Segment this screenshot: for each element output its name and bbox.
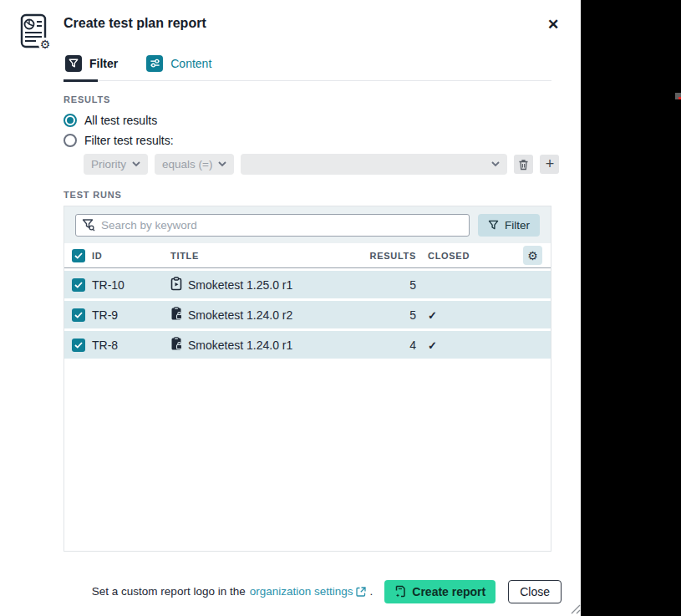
row-checkbox[interactable] <box>72 278 85 292</box>
footer-note-suffix: . <box>370 585 374 598</box>
row-title: Smoketest 1.24.0 r2 <box>188 308 292 322</box>
footer-note-prefix: Set a custom report logo in the <box>92 585 246 598</box>
create-report-button[interactable]: Create report <box>384 580 496 603</box>
radio-all-test-results[interactable]: All test results <box>64 114 157 127</box>
column-header-results[interactable]: RESULTS <box>361 251 426 261</box>
filter-operator-value: equals (=) <box>162 158 212 171</box>
search-input[interactable] <box>75 214 470 237</box>
radio-unselected-icon[interactable] <box>64 134 77 147</box>
tab-content-label: Content <box>170 57 211 70</box>
report-sparkle-icon <box>394 585 406 598</box>
row-id: TR-10 <box>92 278 170 292</box>
filter-operator-select[interactable]: equals (=) <box>155 154 234 175</box>
test-runs-panel: Filter ID TITLE RESULTS CLOSED ⚙ <box>64 206 551 552</box>
test-runs-section-label: TEST RUNS <box>64 190 122 200</box>
radio-selected-icon[interactable] <box>64 114 77 127</box>
row-checkbox[interactable] <box>72 339 85 352</box>
create-test-plan-report-dialog: ⚙ Create test plan report ✕ Filter Conte… <box>0 0 581 616</box>
test-runs-toolbar: Filter <box>64 206 551 243</box>
table-row-tr-9[interactable]: TR-9 Smoketest 1.24.0 r2 5 ✓ <box>64 301 551 328</box>
svg-text:⚙: ⚙ <box>40 38 51 51</box>
dialog-footer: Set a custom report logo in the organiza… <box>0 579 562 603</box>
tab-filter-label: Filter <box>89 57 118 70</box>
row-results: 5 <box>361 278 426 292</box>
test-run-locked-icon <box>170 337 182 354</box>
result-filter-row: Priority equals (=) + <box>84 154 559 175</box>
radio-filter-test-results[interactable]: Filter test results: <box>64 134 174 147</box>
search-wrap <box>75 214 470 237</box>
column-header-id[interactable]: ID <box>92 251 170 261</box>
filter-search-icon <box>82 218 95 235</box>
row-closed-mark: ✓ <box>428 309 437 322</box>
report-gear-icon: ⚙ <box>16 11 53 56</box>
table-row-tr-10[interactable]: TR-10 Smoketest 1.25.0 r1 5 <box>64 271 551 298</box>
add-filter-button[interactable]: + <box>540 155 559 174</box>
table-row-tr-8[interactable]: TR-8 Smoketest 1.24.0 r1 4 ✓ <box>64 331 551 359</box>
row-id: TR-8 <box>92 339 170 352</box>
chevron-down-icon <box>132 161 140 167</box>
results-section-label: RESULTS <box>64 94 110 104</box>
organization-settings-link[interactable]: organization settings <box>250 585 366 598</box>
radio-all-test-results-label: All test results <box>84 114 157 127</box>
create-report-button-label: Create report <box>412 585 485 598</box>
table-header-row: ID TITLE RESULTS CLOSED ⚙ <box>64 243 551 268</box>
filter-value-select[interactable] <box>241 154 507 175</box>
sliders-icon <box>146 55 163 72</box>
footer-note: Set a custom report logo in the organiza… <box>92 585 373 598</box>
row-title: Smoketest 1.24.0 r1 <box>188 339 292 352</box>
plus-icon: + <box>546 156 555 171</box>
dialog-close-icon[interactable]: ✕ <box>541 13 565 36</box>
filter-field-select[interactable]: Priority <box>84 154 148 175</box>
table-filter-button[interactable]: Filter <box>478 214 540 237</box>
row-id: TR-9 <box>92 308 170 322</box>
row-title: Smoketest 1.25.0 r1 <box>188 278 292 292</box>
table-body: TR-10 Smoketest 1.25.0 r1 5 <box>64 268 551 359</box>
row-closed-mark: ✓ <box>428 339 437 352</box>
tab-bar: Filter Content <box>64 52 551 81</box>
tab-filter[interactable]: Filter <box>64 52 119 80</box>
test-run-locked-icon <box>170 307 182 323</box>
row-results: 4 <box>361 339 426 352</box>
radio-filter-test-results-label: Filter test results: <box>84 134 174 147</box>
column-header-title[interactable]: TITLE <box>170 251 361 261</box>
black-background-strip <box>581 0 681 616</box>
tab-content[interactable]: Content <box>145 52 213 80</box>
gear-icon: ⚙ <box>527 250 538 262</box>
column-header-closed[interactable]: CLOSED <box>426 251 476 261</box>
row-checkbox[interactable] <box>72 308 85 322</box>
select-all-checkbox[interactable] <box>72 249 85 262</box>
external-link-icon <box>356 587 366 597</box>
test-run-in-progress-icon <box>170 277 182 293</box>
dialog-title: Create test plan report <box>64 16 206 31</box>
organization-settings-link-label: organization settings <box>250 585 353 598</box>
delete-filter-button[interactable] <box>514 155 533 174</box>
table-settings-button[interactable]: ⚙ <box>523 246 542 265</box>
filter-field-value: Priority <box>91 158 126 171</box>
chevron-down-icon <box>218 161 226 167</box>
trash-icon <box>518 159 529 171</box>
resize-grip-icon[interactable] <box>568 602 581 616</box>
close-button[interactable]: Close <box>508 580 562 603</box>
funnel-icon <box>65 55 82 72</box>
row-results: 5 <box>361 308 426 322</box>
table-filter-button-label: Filter <box>505 219 530 232</box>
chevron-down-icon <box>491 161 500 167</box>
funnel-outline-icon <box>488 220 499 231</box>
